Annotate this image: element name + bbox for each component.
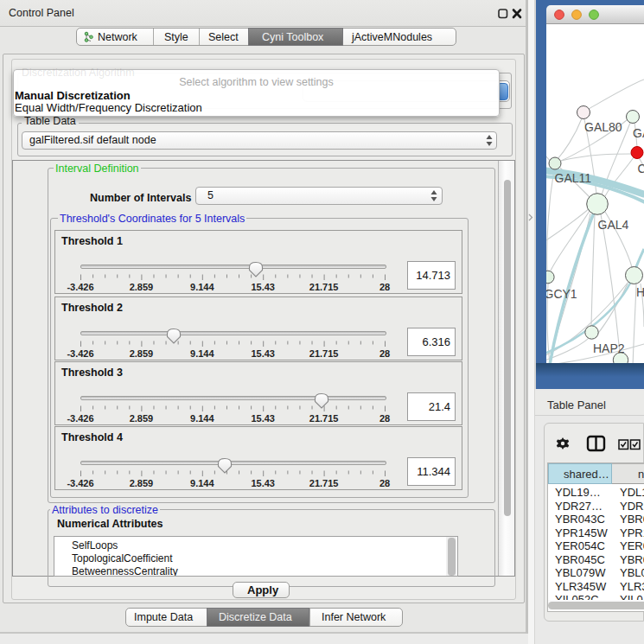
svg-text:GAL11: GAL11 [555, 171, 592, 185]
svg-text:HAP2: HAP2 [593, 341, 625, 355]
svg-text:GCY1: GCY1 [546, 287, 577, 301]
svg-text:GAL4: GAL4 [598, 218, 629, 232]
svg-text:C: C [638, 162, 644, 175]
svg-text:H: H [636, 285, 644, 299]
svg-text:GA: GA [633, 126, 644, 140]
svg-text:GAL80: GAL80 [584, 120, 622, 134]
